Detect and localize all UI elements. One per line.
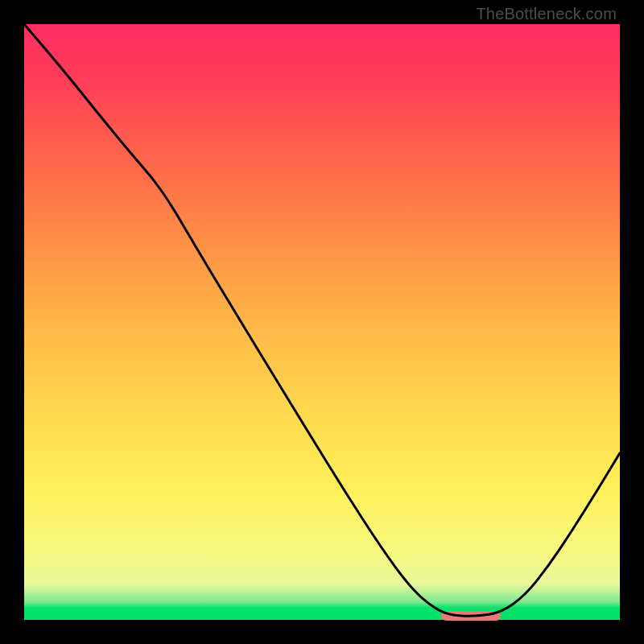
chart-frame [24,24,620,620]
chart-curve-svg [24,24,620,620]
curve-path [24,24,620,616]
watermark-text: TheBottleneck.com [476,5,617,23]
